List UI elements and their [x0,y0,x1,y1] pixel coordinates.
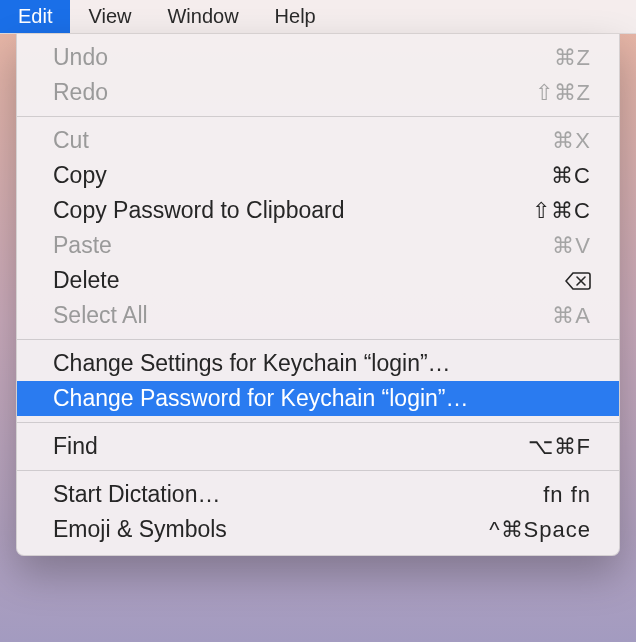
menubar-label: Window [167,5,238,28]
menubar-item-edit[interactable]: Edit [0,0,70,33]
menubar-item-view[interactable]: View [70,0,149,33]
menu-item-shortcut: fn fn [543,482,591,508]
menu-item-label: Select All [53,302,148,329]
menu-item-shortcut: ⌘X [552,128,591,154]
menu-item-label: Redo [53,79,108,106]
backspace-icon [565,272,591,290]
menu-item-change-password[interactable]: Change Password for Keychain “login”… [17,381,619,416]
menu-item-label: Copy Password to Clipboard [53,197,344,224]
menubar-label: Edit [18,5,52,28]
menu-item-shortcut: ⌘Z [554,45,591,71]
menu-item-shortcut: ⌘A [552,303,591,329]
menubar-label: Help [275,5,316,28]
menu-separator [17,422,619,423]
menu-item-label: Emoji & Symbols [53,516,227,543]
menu-item-undo: Undo ⌘Z [17,40,619,75]
menu-item-shortcut [565,272,591,290]
menu-item-delete[interactable]: Delete [17,263,619,298]
menu-item-find[interactable]: Find ⌥⌘F [17,429,619,464]
menu-item-select-all: Select All ⌘A [17,298,619,333]
menu-item-label: Start Dictation… [53,481,220,508]
menu-item-label: Paste [53,232,112,259]
menu-separator [17,339,619,340]
menu-item-shortcut: ⇧⌘Z [535,80,591,106]
menu-item-shortcut: ^⌘Space [489,517,591,543]
menu-item-copy[interactable]: Copy ⌘C [17,158,619,193]
menu-separator [17,116,619,117]
menu-item-start-dictation[interactable]: Start Dictation… fn fn [17,477,619,512]
edit-menu-dropdown: Undo ⌘Z Redo ⇧⌘Z Cut ⌘X Copy ⌘C Copy Pas… [16,34,620,556]
menubar-item-window[interactable]: Window [149,0,256,33]
menu-item-shortcut: ⌘C [551,163,591,189]
menu-item-label: Delete [53,267,119,294]
menu-item-paste: Paste ⌘V [17,228,619,263]
menu-item-label: Cut [53,127,89,154]
menu-item-shortcut: ⇧⌘C [532,198,591,224]
menu-item-redo: Redo ⇧⌘Z [17,75,619,110]
menu-item-shortcut: ⌘V [552,233,591,259]
menu-item-copy-password[interactable]: Copy Password to Clipboard ⇧⌘C [17,193,619,228]
menu-item-shortcut: ⌥⌘F [528,434,591,460]
menu-item-emoji-symbols[interactable]: Emoji & Symbols ^⌘Space [17,512,619,547]
menu-item-label: Change Settings for Keychain “login”… [53,350,451,377]
menu-item-label: Change Password for Keychain “login”… [53,385,468,412]
menu-item-cut: Cut ⌘X [17,123,619,158]
menu-item-label: Copy [53,162,107,189]
menu-item-label: Find [53,433,98,460]
menu-separator [17,470,619,471]
menu-item-label: Undo [53,44,108,71]
menu-item-change-settings[interactable]: Change Settings for Keychain “login”… [17,346,619,381]
menubar: Edit View Window Help [0,0,636,34]
menubar-item-help[interactable]: Help [257,0,334,33]
menubar-label: View [88,5,131,28]
